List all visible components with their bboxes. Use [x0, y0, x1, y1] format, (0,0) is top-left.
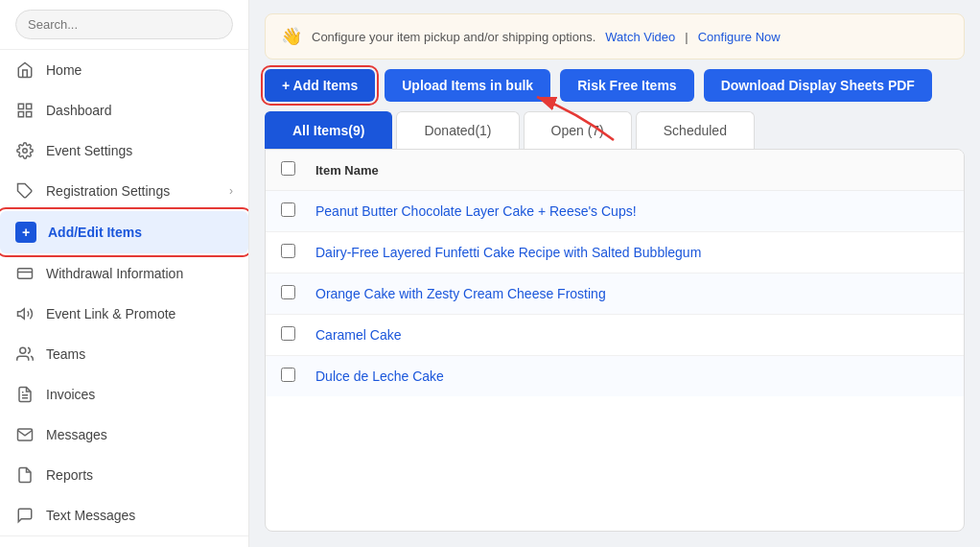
dashboard-icon: [15, 101, 35, 120]
info-banner-text: Configure your item pickup and/or shippi…: [312, 30, 595, 44]
sidebar-item-label: Withdrawal Information: [46, 266, 183, 281]
sidebar-search-container: [0, 0, 248, 50]
row-checkbox-col: [281, 202, 315, 220]
svg-rect-3: [18, 112, 23, 117]
sidebar-item-support-admin[interactable]: Support Admin ›: [0, 536, 248, 547]
row-checkbox-col: [281, 285, 315, 302]
sidebar-item-teams[interactable]: Teams: [0, 334, 248, 374]
svg-rect-6: [18, 269, 33, 279]
item-name-link[interactable]: Dulce de Leche Cake: [315, 369, 948, 384]
svg-point-4: [23, 149, 28, 154]
table-header: Item Name: [266, 150, 964, 191]
plus-box-icon: +: [15, 222, 36, 243]
sidebar-item-invoices[interactable]: Invoices: [0, 374, 248, 415]
table-row: Orange Cake with Zesty Cream Cheese Fros…: [266, 274, 964, 315]
item-name-link[interactable]: Caramel Cake: [315, 327, 948, 343]
sidebar-item-event-link-promote[interactable]: Event Link & Promote: [0, 294, 248, 334]
annotation-arrow: [518, 92, 633, 145]
sidebar-bottom: Support Admin ›: [0, 535, 248, 547]
search-input[interactable]: [15, 10, 233, 39]
row-checkbox[interactable]: [281, 368, 295, 382]
sidebar-item-reports[interactable]: Reports: [0, 455, 248, 495]
tab-all-items[interactable]: All Items(9): [265, 111, 392, 149]
reports-icon: [15, 465, 35, 485]
row-checkbox-col: [281, 326, 315, 344]
tag-icon: [15, 181, 35, 201]
download-display-sheets-button[interactable]: Download Display Sheets PDF: [704, 69, 932, 102]
header-item-name: Item Name: [315, 163, 948, 178]
sidebar: Home Dashboard Event Settings Registrati…: [0, 0, 249, 547]
svg-marker-8: [18, 309, 25, 320]
messages-icon: [15, 425, 35, 444]
sidebar-item-registration-settings[interactable]: Registration Settings ›: [0, 171, 248, 211]
table-row: Peanut Butter Chocolate Layer Cake + Ree…: [266, 191, 964, 232]
add-items-button[interactable]: + Add Items: [265, 69, 375, 102]
table-row: Caramel Cake: [266, 315, 964, 356]
wave-emoji: 👋: [281, 26, 302, 47]
home-icon: [15, 60, 35, 80]
sidebar-item-messages[interactable]: Messages: [0, 415, 248, 455]
sidebar-item-label: Reports: [46, 467, 93, 483]
sidebar-item-text-messages[interactable]: Text Messages: [0, 495, 248, 535]
invoices-icon: [15, 385, 35, 404]
svg-rect-0: [18, 104, 23, 108]
table-row: Dulce de Leche Cake: [266, 356, 964, 396]
chevron-right-icon: ›: [229, 184, 233, 198]
sidebar-item-withdrawal-information[interactable]: Withdrawal Information: [0, 253, 248, 294]
sidebar-item-dashboard[interactable]: Dashboard: [0, 90, 248, 131]
row-checkbox-col: [281, 244, 315, 261]
svg-rect-2: [27, 112, 32, 117]
select-all-checkbox[interactable]: [281, 161, 295, 176]
row-checkbox[interactable]: [281, 202, 295, 217]
withdrawal-icon: [15, 264, 35, 283]
sidebar-item-label: Add/Edit Items: [48, 225, 142, 240]
settings-icon: [15, 141, 35, 160]
item-name-link[interactable]: Dairy-Free Layered Funfetti Cake Recipe …: [315, 245, 948, 260]
sidebar-item-label: Messages: [46, 427, 107, 442]
tab-scheduled[interactable]: Scheduled: [636, 111, 755, 149]
megaphone-icon: [15, 304, 35, 323]
configure-now-link[interactable]: Configure Now: [698, 30, 781, 44]
sidebar-item-label: Invoices: [46, 387, 95, 402]
teams-icon: [15, 345, 35, 364]
watch-video-link[interactable]: Watch Video: [605, 30, 675, 44]
sidebar-item-home[interactable]: Home: [0, 50, 248, 90]
row-checkbox[interactable]: [281, 244, 295, 258]
sidebar-item-label: Teams: [46, 346, 85, 362]
text-messages-icon: [15, 506, 35, 525]
sidebar-item-label: Home: [46, 62, 82, 78]
table-row: Dairy-Free Layered Funfetti Cake Recipe …: [266, 232, 964, 274]
sidebar-item-add-edit-items[interactable]: + Add/Edit Items: [0, 211, 248, 253]
svg-rect-1: [27, 104, 32, 108]
sidebar-item-label: Event Settings: [46, 143, 132, 158]
svg-point-9: [20, 347, 26, 353]
item-name-link[interactable]: Orange Cake with Zesty Cream Cheese Fros…: [315, 286, 948, 301]
sidebar-item-label: Event Link & Promote: [46, 306, 175, 321]
item-name-link[interactable]: Peanut Butter Chocolate Layer Cake + Ree…: [315, 203, 948, 219]
sidebar-item-event-settings[interactable]: Event Settings: [0, 131, 248, 171]
row-checkbox-col: [281, 368, 315, 385]
header-checkbox-col: [281, 161, 315, 178]
items-table: Item Name Peanut Butter Chocolate Layer …: [265, 149, 965, 532]
row-checkbox[interactable]: [281, 326, 295, 341]
main-content: 👋 Configure your item pickup and/or ship…: [249, 0, 980, 547]
sidebar-item-label: Text Messages: [46, 508, 135, 523]
row-checkbox[interactable]: [281, 285, 295, 299]
tab-donated[interactable]: Donated(1): [396, 111, 519, 149]
separator: |: [685, 30, 688, 44]
info-banner: 👋 Configure your item pickup and/or ship…: [265, 13, 965, 59]
sidebar-item-label: Dashboard: [46, 103, 112, 118]
sidebar-item-label: Registration Settings: [46, 183, 170, 199]
